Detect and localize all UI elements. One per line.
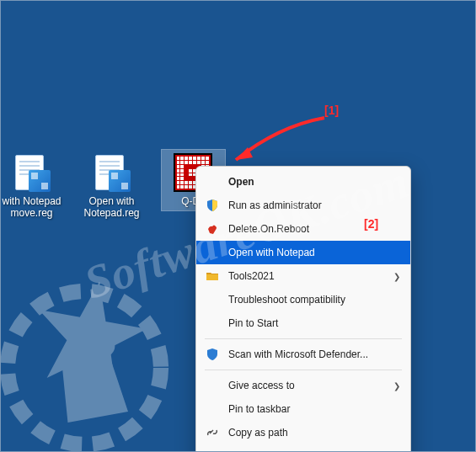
menu-item-open-with-notepad[interactable]: Open with Notepad	[196, 241, 410, 264]
menu-item-copy-as-path[interactable]: Copy as path	[196, 421, 410, 444]
menu-item-label: Run as administrator	[228, 199, 400, 211]
svg-point-3	[8, 291, 161, 444]
menu-item-label: Scan with Microsoft Defender...	[228, 348, 400, 360]
blank-icon	[205, 401, 220, 417]
menu-item-label: Open	[228, 176, 400, 188]
menu-item-tools2021[interactable]: Tools2021 ❯	[196, 264, 410, 288]
menu-item-label: Give access to	[228, 380, 393, 391]
annotation-arrow-icon	[227, 114, 329, 173]
menu-item-share[interactable]: Share	[196, 444, 410, 452]
desktop-icon-reg1[interactable]: with Notepadmove.reg	[0, 150, 63, 223]
menu-item-run-as-admin[interactable]: Run as administrator	[196, 194, 410, 217]
desktop-icon-label: Open withNotepad.reg	[82, 195, 141, 223]
blank-icon	[205, 292, 220, 307]
menu-separator	[205, 370, 402, 370]
blank-icon	[205, 174, 220, 189]
menu-item-pin-to-start[interactable]: Pin to Start	[196, 311, 410, 335]
desktop-icon-label: with Notepadmove.reg	[0, 195, 62, 223]
menu-item-label: Pin to Start	[228, 317, 400, 329]
share-icon	[205, 449, 220, 452]
blank-icon	[205, 316, 220, 331]
chevron-right-icon: ❯	[393, 272, 400, 281]
menu-separator	[205, 338, 402, 339]
menu-item-troubleshoot[interactable]: Troubleshoot compatibility	[196, 288, 410, 311]
menu-item-label: Troubleshoot compatibility	[228, 294, 400, 306]
menu-item-label: Copy as path	[228, 427, 400, 439]
menu-item-scan-defender[interactable]: Scan with Microsoft Defender...	[196, 343, 410, 366]
menu-item-pin-to-taskbar[interactable]: Pin to taskbar	[196, 397, 410, 421]
blank-icon	[205, 245, 220, 260]
context-menu: Open Run as administrator Delete.On.Rebo…	[195, 166, 411, 452]
defender-shield-icon	[205, 347, 220, 362]
reg-file-icon	[92, 153, 132, 194]
menu-item-label: Pin to taskbar	[228, 403, 400, 415]
chevron-right-icon: ❯	[393, 381, 400, 391]
menu-item-label: Tools2021	[228, 270, 393, 282]
reg-file-icon	[12, 153, 52, 194]
link-icon	[205, 425, 220, 440]
menu-item-label: Open with Notepad	[228, 247, 400, 258]
watermark-graphic	[0, 258, 194, 452]
menu-item-give-access[interactable]: Give access to ❯	[196, 374, 410, 397]
shield-admin-icon	[205, 198, 220, 213]
delete-reboot-icon	[205, 221, 220, 237]
folder-icon	[205, 269, 220, 284]
svg-point-4	[93, 335, 115, 357]
desktop-icon-reg2[interactable]: Open withNotepad.reg	[80, 150, 143, 223]
menu-item-open[interactable]: Open	[196, 170, 410, 194]
annotation-2: [2]	[364, 217, 378, 231]
blank-icon	[205, 378, 220, 393]
